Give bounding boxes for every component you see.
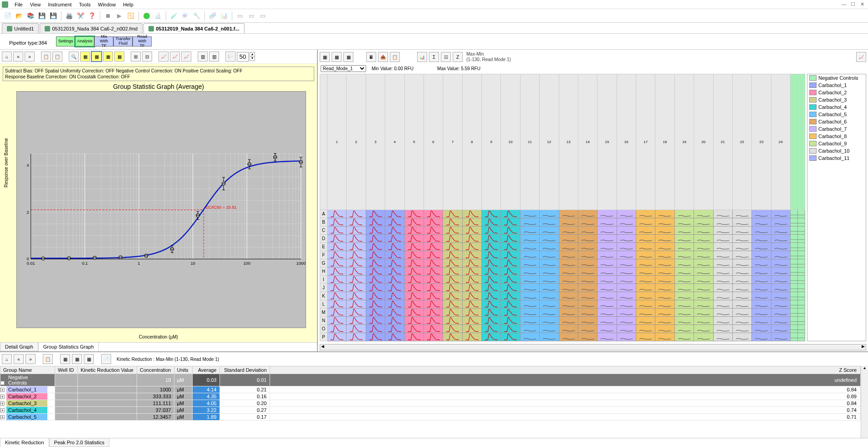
legend-item[interactable]: Carbachol_3 (807, 96, 866, 103)
well-G18[interactable] (655, 259, 674, 267)
col-header[interactable]: Standard Deviation (220, 366, 270, 374)
well-J1[interactable] (327, 284, 347, 292)
well-D3[interactable] (366, 235, 385, 243)
legend-item[interactable]: Negative Controls (807, 74, 866, 82)
well-C5[interactable] (404, 226, 424, 235)
cut-icon[interactable]: ✂️ (76, 11, 86, 21)
col-header[interactable]: Well ID (55, 366, 78, 374)
well-H11[interactable] (520, 267, 539, 276)
well-N17[interactable] (636, 317, 655, 325)
well-K11[interactable] (520, 292, 539, 300)
well-I20[interactable] (694, 276, 713, 284)
well-D24[interactable] (771, 235, 790, 243)
legend-item[interactable]: Carbachol_7 (807, 125, 866, 133)
expand-icon[interactable]: + (0, 395, 5, 399)
well-D12[interactable] (540, 235, 559, 243)
well-H12[interactable] (540, 267, 559, 276)
filter-icon[interactable]: 🏳️ (225, 51, 235, 62)
well-F17[interactable] (636, 251, 655, 259)
well-M2[interactable] (347, 308, 366, 317)
well-L15[interactable] (597, 300, 617, 308)
new-file-icon[interactable]: 📄 (3, 11, 13, 21)
well-F7[interactable] (443, 251, 462, 259)
spin-up[interactable]: ▲ (250, 52, 255, 57)
well-L9[interactable] (482, 300, 501, 308)
well-K6[interactable] (424, 292, 443, 300)
well-K19[interactable] (674, 292, 694, 300)
legend-item[interactable]: Carbachol_5 (807, 111, 866, 118)
well-I8[interactable] (462, 276, 481, 284)
expand-icon[interactable]: + (0, 408, 5, 412)
home2-icon[interactable]: ⌂ (2, 354, 12, 364)
well-I12[interactable] (540, 276, 559, 284)
well-O17[interactable] (636, 325, 655, 333)
well-I6[interactable] (424, 276, 443, 284)
well-B17[interactable] (636, 218, 655, 226)
popout-icon[interactable]: 📈 (856, 52, 866, 62)
well-C12[interactable] (540, 226, 559, 235)
well-C2[interactable] (347, 226, 366, 235)
well-P20[interactable] (694, 333, 713, 341)
table-row[interactable]: +Carbachol_2 333.333 µM 4.35 0.16 0.89 (0, 393, 861, 400)
well-C8[interactable] (462, 226, 481, 235)
well-N14[interactable] (578, 317, 597, 325)
legend-item[interactable]: Carbachol_8 (807, 133, 866, 140)
well-L19[interactable] (674, 300, 694, 308)
well-nc[interactable] (798, 276, 805, 284)
on-icon[interactable] (142, 11, 152, 21)
well-B11[interactable] (520, 218, 539, 226)
well-E1[interactable] (327, 243, 347, 251)
well-L20[interactable] (694, 300, 713, 308)
spin-value[interactable] (237, 52, 249, 62)
well-B8[interactable] (462, 218, 481, 226)
well-D5[interactable] (404, 235, 424, 243)
well-B7[interactable] (443, 218, 462, 226)
well-M13[interactable] (559, 308, 578, 317)
well-H17[interactable] (636, 267, 655, 276)
well-O9[interactable] (482, 325, 501, 333)
well-C23[interactable] (752, 226, 771, 235)
well-E14[interactable] (578, 243, 597, 251)
well-H16[interactable] (617, 267, 636, 276)
well-O6[interactable] (424, 325, 443, 333)
well-L11[interactable] (520, 300, 539, 308)
well-B18[interactable] (655, 218, 674, 226)
stop-icon[interactable]: ⏹ (103, 11, 113, 21)
well-A10[interactable] (501, 210, 520, 218)
well-M19[interactable] (674, 308, 694, 317)
well-E8[interactable] (462, 243, 481, 251)
well-H7[interactable] (443, 267, 462, 276)
read-button[interactable]: Read With TF (133, 36, 152, 46)
layout2-icon[interactable]: ▭ (246, 11, 256, 21)
well-N15[interactable] (597, 317, 617, 325)
well-M7[interactable] (443, 308, 462, 317)
well-L14[interactable] (578, 300, 597, 308)
copy-plate-icon[interactable]: 📋 (390, 52, 400, 62)
well-C3[interactable] (366, 226, 385, 235)
legend-item[interactable]: Carbachol_6 (807, 118, 866, 125)
well-G3[interactable] (366, 259, 385, 267)
well-I5[interactable] (404, 276, 424, 284)
well-D10[interactable] (501, 235, 520, 243)
well-C19[interactable] (674, 226, 694, 235)
copy-data-icon[interactable]: 📋 (43, 354, 53, 364)
well-B23[interactable] (752, 218, 771, 226)
well-H19[interactable] (674, 267, 694, 276)
curve3-icon[interactable]: 📈 (181, 51, 191, 62)
well-nc[interactable] (791, 284, 798, 292)
well-C4[interactable] (385, 226, 404, 235)
well-G14[interactable] (578, 259, 597, 267)
well-A18[interactable] (655, 210, 674, 218)
well-nc[interactable] (798, 284, 805, 292)
analysis-button[interactable]: Analysis (75, 36, 94, 46)
well-B20[interactable] (694, 218, 713, 226)
table-row[interactable]: +Carbachol_5 12.3457 µM 1.89 0.17 0.71 (0, 414, 861, 421)
well-H13[interactable] (559, 267, 578, 276)
well-O20[interactable] (694, 325, 713, 333)
well-J7[interactable] (443, 284, 462, 292)
well-L6[interactable] (424, 300, 443, 308)
well-G6[interactable] (424, 259, 443, 267)
help-icon[interactable]: ❓ (87, 11, 97, 21)
well-E24[interactable] (771, 243, 790, 251)
well-P17[interactable] (636, 333, 655, 341)
